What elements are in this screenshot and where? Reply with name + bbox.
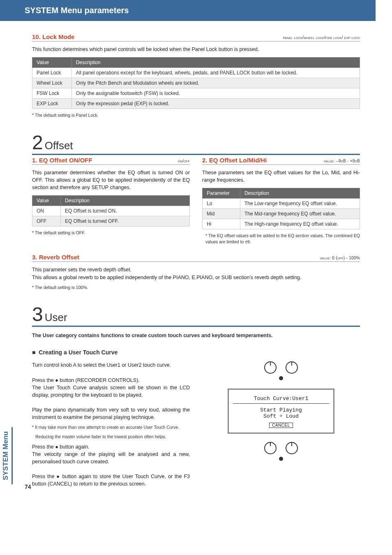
table-row: OFFEQ Offset is turned OFF. — [32, 216, 190, 227]
param-2-2-head: 2. EQ Offset Lo/Mid/Hi value: –9dB - +9d… — [202, 157, 360, 165]
knob-icon — [264, 361, 277, 374]
th-value: Value — [32, 58, 72, 68]
param-10-range: panel lock/wheel lock/fsw lock/ exp lock — [283, 35, 360, 40]
table-row: Wheel LockOnly the Pitch Bench and Modul… — [32, 78, 360, 88]
step-a: Turn control knob A to select the User1 … — [32, 361, 190, 369]
th-param: Parameter — [203, 188, 240, 199]
table-row: ONEQ Offset is turned ON. — [32, 206, 190, 216]
user-touch-subhead: Creating a User Touch Curve — [32, 349, 360, 356]
section-3-header: 3 User — [32, 305, 360, 327]
knob-icon — [286, 361, 298, 374]
knob-rec-group-1 — [264, 361, 298, 380]
param-2-1-head: 1. EQ Offset ON/OFF on/off — [32, 157, 190, 165]
th-desc: Description — [60, 196, 189, 206]
step-f: The velocity range of the playing will b… — [32, 451, 190, 465]
table-row: Panel LockAll panel operations except fo… — [32, 68, 360, 78]
record-dot-icon — [279, 457, 283, 461]
th-desc: Description — [71, 58, 360, 68]
knob-icon — [264, 442, 277, 454]
eq-onoff-table: Value Description ONEQ Offset is turned … — [32, 195, 190, 227]
param-10-footnote: * The default setting is Panel Lock. — [32, 112, 360, 118]
lock-mode-table: Value Description Panel LockAll panel op… — [32, 57, 360, 109]
section-3-intro: The User category contains functions to … — [32, 333, 360, 338]
eq-lomidhi-table: Parameter Description LoThe Low-range fr… — [202, 188, 360, 229]
table-row: LoThe Low-range frequency EQ offset valu… — [203, 199, 360, 209]
param-2-1-range: on/off — [178, 159, 190, 163]
param-2-3-title: 3. Reverb Offset — [32, 254, 79, 261]
param-2-2-range: value: –9dB - +9dB — [324, 159, 360, 163]
page-header: SYSTEM Menu parameters — [0, 0, 376, 21]
param-2-1-footnote: * The default setting is OFF. — [32, 230, 190, 236]
section-3-num: 3 — [32, 305, 43, 324]
table-row: HiThe High-range frequency EQ offset val… — [203, 219, 360, 229]
section-2-num: 2 — [32, 133, 43, 153]
step-c: The User Touch Curve analysis screen wil… — [32, 384, 190, 399]
step-d: Play the piano dynamically from very sof… — [32, 406, 190, 421]
lcd-line1: Touch Curve:User1 — [233, 395, 329, 404]
section-2-header: 2 Offset — [32, 133, 360, 155]
side-tab: SYSTEM Menu — [0, 427, 13, 484]
lcd-line3: Soft ÷ Loud — [233, 413, 329, 419]
section-2-title: Offset — [45, 139, 73, 154]
lcd-line2: Start Playing — [233, 407, 329, 413]
table-row: EXP LockOnly the expression pedal (EXP) … — [32, 99, 360, 109]
step-g: Press the ● button again to store the Us… — [32, 473, 190, 488]
step-note2: Reducing the master volume fader to the … — [32, 434, 190, 440]
table-row: MidThe Mid-range frequency EQ offset val… — [203, 209, 360, 219]
param-2-3-range: value: 0 (off) - 100% — [320, 256, 360, 260]
param-10-head: 10. Lock Mode panel lock/wheel lock/fsw … — [32, 33, 360, 42]
param-2-2-body: These parameters set the EQ offset value… — [202, 169, 360, 184]
param-2-1-body: This parameter determines whether the EQ… — [32, 169, 190, 191]
param-10-title: 10. Lock Mode — [32, 33, 74, 40]
step-note1: * It may take more than one attempt to c… — [32, 424, 190, 430]
page-number: 74 — [25, 483, 31, 490]
param-2-1-title: 1. EQ Offset ON/OFF — [32, 157, 92, 164]
param-10-intro: This function determines which panel con… — [32, 46, 360, 53]
th-desc: Description — [240, 188, 360, 199]
knob-icon — [286, 442, 298, 454]
lcd-cancel-button: CANCEL — [269, 423, 293, 428]
param-2-2-title: 2. EQ Offset Lo/Mid/Hi — [202, 157, 267, 164]
param-2-2-footnote: * The EQ offset values will be added to … — [202, 233, 360, 245]
step-e: Press the ● button again. — [32, 443, 190, 451]
record-dot-icon — [279, 376, 283, 380]
header-title: SYSTEM Menu parameters — [25, 6, 129, 15]
knob-rec-group-2 — [264, 442, 298, 461]
param-2-3-footnote: * The default setting is 100%. — [32, 284, 360, 291]
param-2-3-body2: This allows a global reverb to be applie… — [32, 274, 360, 281]
section-3-title: User — [45, 311, 67, 326]
th-value: Value — [32, 196, 61, 206]
param-2-3-head: 3. Reverb Offset value: 0 (off) - 100% — [32, 254, 360, 262]
param-2-3-body1: This parameter sets the reverb depth off… — [32, 266, 360, 273]
step-b: Press the ● button (RECORDER CONTROLS). — [32, 377, 190, 384]
table-row: FSW LockOnly the assignable footswitch (… — [32, 88, 360, 99]
lcd-screen: Touch Curve:User1 Start Playing Soft ÷ L… — [228, 388, 334, 434]
